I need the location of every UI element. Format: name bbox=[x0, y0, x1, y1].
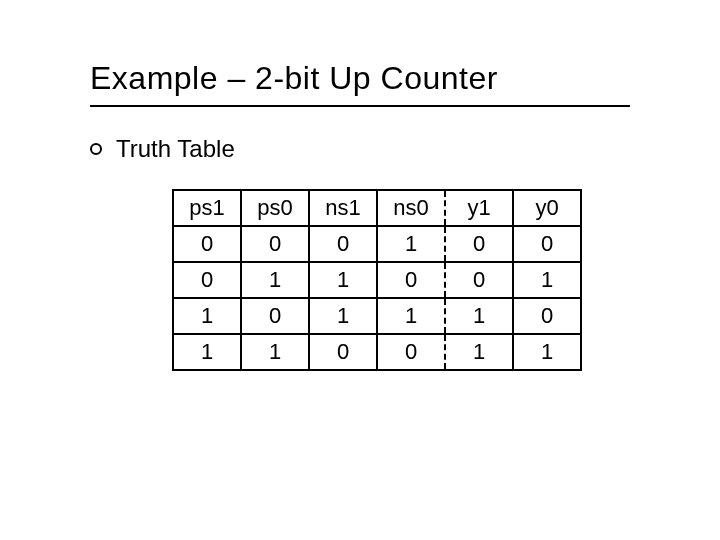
table-header-row: ps1 ps0 ns1 ns0 y1 y0 bbox=[173, 190, 581, 226]
table-row: 1 1 0 0 1 1 bbox=[173, 334, 581, 370]
col-ns1: ns1 bbox=[309, 190, 377, 226]
bullet-icon bbox=[90, 143, 102, 155]
slide: Example – 2-bit Up Counter Truth Table p… bbox=[0, 0, 720, 540]
col-ps0: ps0 bbox=[241, 190, 309, 226]
cell: 1 bbox=[309, 262, 377, 298]
col-ps1: ps1 bbox=[173, 190, 241, 226]
table-row: 0 0 0 1 0 0 bbox=[173, 226, 581, 262]
title-underline bbox=[90, 105, 630, 107]
col-y0: y0 bbox=[513, 190, 581, 226]
cell: 0 bbox=[513, 226, 581, 262]
cell: 1 bbox=[173, 334, 241, 370]
bullet-item: Truth Table bbox=[90, 135, 630, 163]
cell: 0 bbox=[445, 226, 513, 262]
cell: 0 bbox=[241, 226, 309, 262]
cell: 1 bbox=[377, 298, 445, 334]
cell: 1 bbox=[241, 262, 309, 298]
cell: 0 bbox=[309, 334, 377, 370]
cell: 0 bbox=[445, 262, 513, 298]
col-y1: y1 bbox=[445, 190, 513, 226]
cell: 1 bbox=[445, 298, 513, 334]
truth-table-container: ps1 ps0 ns1 ns0 y1 y0 0 0 0 1 0 0 bbox=[172, 189, 630, 371]
cell: 0 bbox=[173, 226, 241, 262]
cell: 1 bbox=[513, 262, 581, 298]
truth-table: ps1 ps0 ns1 ns0 y1 y0 0 0 0 1 0 0 bbox=[172, 189, 582, 371]
cell: 0 bbox=[241, 298, 309, 334]
cell: 0 bbox=[309, 226, 377, 262]
table-row: 1 0 1 1 1 0 bbox=[173, 298, 581, 334]
cell: 0 bbox=[513, 298, 581, 334]
cell: 0 bbox=[377, 334, 445, 370]
page-title: Example – 2-bit Up Counter bbox=[90, 60, 630, 97]
bullet-text: Truth Table bbox=[116, 135, 235, 163]
cell: 1 bbox=[241, 334, 309, 370]
cell: 0 bbox=[173, 262, 241, 298]
cell: 1 bbox=[309, 298, 377, 334]
col-ns0: ns0 bbox=[377, 190, 445, 226]
cell: 1 bbox=[445, 334, 513, 370]
cell: 1 bbox=[513, 334, 581, 370]
cell: 1 bbox=[173, 298, 241, 334]
cell: 0 bbox=[377, 262, 445, 298]
cell: 1 bbox=[377, 226, 445, 262]
table-row: 0 1 1 0 0 1 bbox=[173, 262, 581, 298]
